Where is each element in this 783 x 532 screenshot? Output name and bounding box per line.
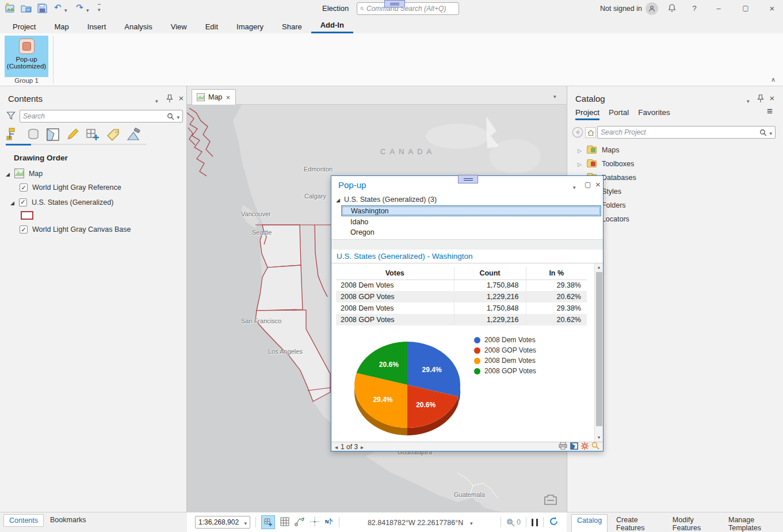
tab-add-in[interactable]: Add-In <box>311 18 353 33</box>
table-row[interactable]: 2008 GOP Votes 1,229,216 20.62% <box>336 314 587 326</box>
popup-maximize-icon[interactable] <box>585 180 591 189</box>
signin-status[interactable]: Not signed in <box>600 5 642 13</box>
avatar[interactable] <box>646 2 658 15</box>
contents-search[interactable] <box>20 110 183 123</box>
map-tab-close-icon[interactable] <box>226 93 230 101</box>
transform-icon[interactable] <box>295 517 305 528</box>
north-arrow-icon[interactable]: N <box>324 517 334 528</box>
col-inpct[interactable]: In % <box>526 267 587 280</box>
help-button[interactable] <box>689 3 700 13</box>
tree-item-layer-states[interactable]: U.S. States (Generalized) <box>10 198 113 206</box>
contents-pane-close-icon[interactable] <box>176 93 186 103</box>
list-by-editing-icon[interactable] <box>66 128 79 143</box>
dock-tab-create-features[interactable]: Create Features <box>611 514 664 532</box>
command-search-input[interactable] <box>366 5 456 13</box>
coordinates-readout[interactable]: 82.8418782°W 22.2617786°N <box>368 519 463 527</box>
snapping-toggle-icon[interactable] <box>261 515 275 529</box>
expand-icon[interactable] <box>6 169 10 178</box>
next-feature-icon[interactable] <box>361 442 364 451</box>
ribbon-collapse-icon[interactable] <box>771 75 776 83</box>
catalog-tab-favorites[interactable]: Favorites <box>638 108 670 120</box>
table-row[interactable]: 2008 Dem Votes 1,750,848 29.38% <box>336 303 587 314</box>
search-options-icon[interactable] <box>769 128 772 137</box>
pin-icon[interactable] <box>757 94 764 105</box>
expand-icon[interactable] <box>10 198 14 206</box>
feature-item-washington-selected[interactable]: Washington <box>341 205 601 216</box>
undo-dropdown-icon[interactable] <box>64 5 67 14</box>
catalog-search-input[interactable] <box>601 128 757 136</box>
catalog-search[interactable] <box>597 126 776 139</box>
dock-tab-bookmarks[interactable]: Bookmarks <box>45 514 91 527</box>
pin-icon[interactable] <box>166 94 173 105</box>
map-view-tab[interactable]: Map <box>192 89 236 105</box>
popup-scrollbar[interactable]: ▴ ▾ <box>594 263 603 442</box>
feature-item-oregon[interactable]: Oregon <box>350 228 375 236</box>
layer-checkbox[interactable] <box>20 183 28 192</box>
list-by-drawing-order-icon[interactable] <box>6 128 21 143</box>
grid-icon[interactable] <box>280 517 289 528</box>
open-project-icon[interactable] <box>21 3 32 16</box>
search-options-icon[interactable] <box>177 112 179 121</box>
scroll-down-icon[interactable]: ▾ <box>595 434 603 442</box>
dock-tab-contents[interactable]: Contents <box>3 514 44 527</box>
popup-splitter[interactable] <box>331 239 603 250</box>
popup-drag-handle[interactable] <box>458 175 478 183</box>
popup-customized-button[interactable]: Pop-up (Customized) <box>5 36 48 77</box>
map-notification-icon[interactable] <box>544 493 557 508</box>
back-icon[interactable] <box>572 127 583 140</box>
list-by-data-source-icon[interactable] <box>26 128 40 143</box>
print-icon[interactable] <box>559 442 567 451</box>
list-by-selection-icon[interactable] <box>46 128 60 143</box>
layer-checkbox[interactable] <box>19 198 27 206</box>
dock-tab-catalog[interactable]: Catalog <box>571 514 608 532</box>
minimize-button[interactable] <box>713 3 724 13</box>
tab-map[interactable]: Map <box>45 20 78 33</box>
catalog-pane-menu-icon[interactable] <box>747 96 750 105</box>
states-legend-swatch[interactable] <box>21 211 33 220</box>
zoom-to-icon[interactable] <box>591 442 599 451</box>
catalog-tab-portal[interactable]: Portal <box>609 108 629 120</box>
col-votes[interactable]: Votes <box>336 267 454 280</box>
tab-imagery[interactable]: Imagery <box>227 20 273 33</box>
catalog-tab-project[interactable]: Project <box>575 108 599 120</box>
expand-icon[interactable] <box>336 195 340 204</box>
tab-strip-overflow-icon[interactable] <box>553 91 556 100</box>
notifications-bell-icon[interactable] <box>667 3 677 14</box>
coordinates-dropdown-icon[interactable] <box>470 518 473 527</box>
popup-close-icon[interactable] <box>595 179 601 189</box>
redo-button[interactable] <box>76 2 83 13</box>
refresh-icon[interactable] <box>549 516 559 528</box>
feature-item-idaho[interactable]: Idaho <box>350 217 368 226</box>
pause-drawing-icon[interactable] <box>532 519 538 526</box>
tab-project[interactable]: Project <box>3 20 45 33</box>
scroll-thumb[interactable] <box>596 272 602 426</box>
catalog-item-maps[interactable]: Maps <box>578 146 620 154</box>
filter-icon[interactable] <box>6 111 16 122</box>
tab-insert[interactable]: Insert <box>78 20 116 33</box>
scroll-up-icon[interactable]: ▴ <box>595 263 603 271</box>
tree-item-layer-reference[interactable]: World Light Gray Reference <box>20 183 121 192</box>
flash-feature-icon[interactable] <box>581 442 589 451</box>
table-row[interactable]: 2008 GOP Votes 1,229,216 20.62% <box>336 291 587 303</box>
catalog-pane-close-icon[interactable] <box>767 93 777 103</box>
save-project-icon[interactable] <box>37 3 48 16</box>
catalog-menu-icon[interactable] <box>767 106 773 117</box>
popup-menu-icon[interactable] <box>573 182 576 191</box>
new-project-icon[interactable] <box>5 3 16 16</box>
popup-window[interactable]: Pop-up U.S. States (Generalized) (3) Was… <box>331 175 604 451</box>
tab-view[interactable]: View <box>162 20 196 33</box>
crosshair-icon[interactable] <box>310 517 319 528</box>
list-by-snapping-icon[interactable] <box>85 128 100 143</box>
layer-checkbox[interactable] <box>20 225 28 234</box>
export-selection-icon[interactable] <box>570 442 578 451</box>
redo-dropdown-icon[interactable] <box>86 5 89 14</box>
tree-item-layer-base[interactable]: World Light Gray Canvas Base <box>20 225 131 234</box>
list-by-labeling-icon[interactable] <box>106 128 121 143</box>
customize-quick-access-icon[interactable] <box>98 4 101 13</box>
dock-tab-manage-templates[interactable]: Manage Templates <box>723 514 783 532</box>
scale-combo[interactable]: 1:36,268,902 <box>195 516 250 529</box>
expand-icon[interactable] <box>578 159 582 168</box>
list-by-perspective-icon[interactable] <box>127 128 142 143</box>
tab-edit[interactable]: Edit <box>196 20 227 33</box>
undo-button[interactable] <box>54 2 62 13</box>
